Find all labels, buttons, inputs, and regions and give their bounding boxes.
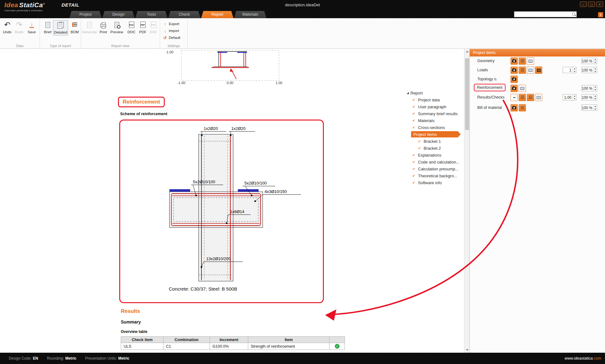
tab-tools[interactable]: Tools xyxy=(135,11,168,18)
checkmark-icon[interactable]: ✔ xyxy=(412,153,416,157)
maximize-button[interactable]: □ xyxy=(588,2,595,7)
export-pdf-button[interactable]: PDF PDF xyxy=(137,20,149,34)
export-dxf-button[interactable]: DXF DXF xyxy=(147,20,159,34)
reinforcement-scheme-annotation-box: 1x2Ø20 1x2Ø20 5x2Ø10/100 5x2Ø10/100 4x3Ø… xyxy=(119,120,324,303)
tree-item-calculation-presumptions[interactable]: ✔ Calculation presump... xyxy=(412,166,458,172)
tree-item-project-data[interactable]: ✔ Project data xyxy=(412,97,440,103)
spinner-up[interactable] xyxy=(594,58,597,61)
geometry-image-toggle[interactable] xyxy=(527,57,534,65)
results-image-toggle[interactable] xyxy=(535,94,542,101)
tree-item-explanations[interactable]: ✔ Explanations xyxy=(412,152,441,158)
checkmark-icon[interactable]: ✔ xyxy=(412,119,416,123)
loads-scale-spinner[interactable]: 100 % xyxy=(581,67,597,73)
panel-row-geometry: Geometry 100 % xyxy=(470,57,605,65)
spinner-up[interactable] xyxy=(594,105,597,108)
tab-materials[interactable]: Materials xyxy=(234,11,266,18)
checkmark-icon[interactable]: ✔ xyxy=(412,160,416,164)
checkmark-icon[interactable]: ✔ xyxy=(412,105,416,109)
geometry-scale-spinner[interactable]: 100 % xyxy=(581,58,597,64)
loads-picture-toggle[interactable] xyxy=(511,67,518,74)
checkmark-icon[interactable]: ✔ xyxy=(418,146,422,150)
reinforcement-image-toggle[interactable] xyxy=(519,85,526,92)
scrollbar-thumb[interactable] xyxy=(465,58,469,130)
tree-node-report[interactable]: Report xyxy=(407,90,423,96)
redo-button[interactable]: ↷ Redo xyxy=(13,20,25,34)
export-settings-button[interactable]: ↑ Export xyxy=(163,21,179,27)
spinner-down[interactable] xyxy=(594,61,597,64)
preview-button[interactable]: Preview xyxy=(109,20,124,34)
spinner-up[interactable] xyxy=(573,67,576,70)
help-button[interactable]: i xyxy=(598,12,603,17)
tab-report[interactable]: Report xyxy=(201,11,233,18)
geometry-table-toggle[interactable] xyxy=(519,57,526,65)
spinner-up[interactable] xyxy=(573,94,576,97)
tab-check[interactable]: Check xyxy=(168,11,201,18)
topology-picture-toggle[interactable] xyxy=(511,76,518,83)
spinner-down[interactable] xyxy=(594,70,597,73)
print-button[interactable]: Print xyxy=(97,20,109,34)
spinner-down[interactable] xyxy=(573,70,576,73)
checkmark-icon[interactable]: ✔ xyxy=(412,181,416,185)
search-input[interactable] xyxy=(514,12,571,17)
spinner-down[interactable] xyxy=(594,108,597,110)
tree-item-user-paragraph[interactable]: ✔ User paragraph xyxy=(412,104,446,110)
results-line-toggle[interactable] xyxy=(511,94,518,101)
geometry-picture-toggle[interactable] xyxy=(511,57,518,65)
bill-scale-spinner[interactable]: 100 % xyxy=(581,104,597,111)
results-heading: Results xyxy=(121,308,140,314)
reinforcement-picture-toggle[interactable] xyxy=(511,85,518,92)
bill-table-toggle[interactable] xyxy=(519,104,526,111)
export-doc-button[interactable]: DOC DOC xyxy=(126,20,137,34)
report-scrollbar[interactable] xyxy=(464,49,469,353)
results-count-spinner[interactable]: 1.00 xyxy=(563,94,576,100)
tree-item-summary-brief-results[interactable]: ✔ Summary brief results xyxy=(412,110,458,117)
tree-item-bracket-2[interactable]: ✔ Bracket 2 xyxy=(418,145,441,151)
tree-item-bracket-1[interactable]: ✔ Bracket 1 xyxy=(418,138,441,144)
tree-item-code-and-calculation[interactable]: ✔ Code and calculation... xyxy=(412,159,459,165)
checkmark-icon[interactable]: ✔ xyxy=(412,112,416,116)
save-button[interactable]: ↓ Save xyxy=(26,20,38,34)
checkmark-icon[interactable]: ✔ xyxy=(418,139,422,143)
loads-grid-toggle[interactable] xyxy=(535,67,542,74)
results-scale-spinner[interactable]: 100 % xyxy=(581,94,597,100)
checkmark-icon[interactable]: ✔ xyxy=(412,98,416,102)
scroll-down-button[interactable] xyxy=(464,347,470,353)
bill-picture-toggle[interactable] xyxy=(511,104,518,111)
bom-report-button[interactable]: BOM xyxy=(69,20,81,34)
loads-table-toggle[interactable] xyxy=(519,67,526,74)
search-icon[interactable] xyxy=(571,12,576,17)
tab-project[interactable]: Project xyxy=(69,11,102,18)
default-settings-button[interactable]: ↺ Default xyxy=(163,35,180,41)
minimize-button[interactable]: – xyxy=(580,2,587,7)
reinforcement-scale-spinner[interactable]: 100 % xyxy=(581,85,597,91)
redo-icon: ↷ xyxy=(16,21,22,29)
spinner-up[interactable] xyxy=(594,94,597,97)
spinner-up[interactable] xyxy=(594,67,597,70)
tree-item-theoretical-background[interactable]: ✔ Theoretical backgro... xyxy=(412,173,457,179)
tree-expanded-icon[interactable] xyxy=(407,92,409,94)
import-settings-button[interactable]: ↓ Import xyxy=(163,28,179,34)
undo-button[interactable]: ↶ Undo xyxy=(1,20,13,34)
tree-item-materials[interactable]: ✔ Materials xyxy=(412,117,435,124)
checkmark-icon[interactable]: ✔ xyxy=(412,174,416,178)
spinner-down[interactable] xyxy=(594,88,597,91)
spinner-down[interactable] xyxy=(594,97,597,100)
results-summary-toggle[interactable] xyxy=(527,94,534,101)
tab-design[interactable]: Design xyxy=(102,11,135,18)
loads-image-toggle[interactable] xyxy=(527,67,534,74)
tree-item-software-info[interactable]: ✔ Software info xyxy=(412,179,442,186)
brief-report-button[interactable]: Brief xyxy=(42,20,54,34)
tree-item-cross-sections[interactable]: ✔ Cross-sections xyxy=(412,124,445,131)
website-link[interactable]: www.ideastatica.com xyxy=(565,356,601,361)
checkmark-icon[interactable]: ✔ xyxy=(412,126,416,130)
generate-button[interactable]: Generate xyxy=(82,20,97,34)
close-button[interactable]: × xyxy=(596,2,603,7)
detailed-report-button[interactable]: Detailed xyxy=(53,20,68,35)
tree-item-project-items-selected[interactable]: Project items xyxy=(411,131,461,137)
loads-count-spinner[interactable]: 1 xyxy=(563,67,576,73)
spinner-up[interactable] xyxy=(594,85,597,88)
spinner-down[interactable] xyxy=(573,97,576,100)
results-table-toggle[interactable] xyxy=(519,94,526,101)
checkmark-icon[interactable]: ✔ xyxy=(412,167,416,171)
scroll-up-button[interactable] xyxy=(464,49,470,54)
